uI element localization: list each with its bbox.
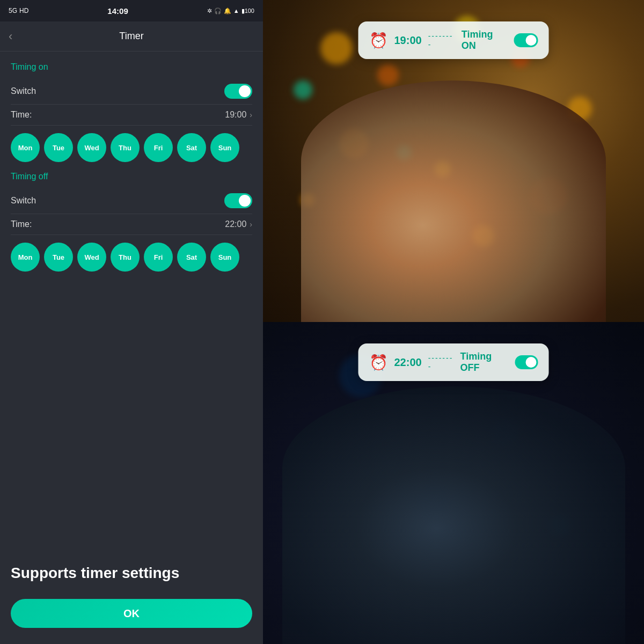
card-top-dashes: -------- (428, 32, 455, 49)
timing-off-switch-row: Switch (11, 188, 252, 214)
timing-off-toggle[interactable] (224, 193, 252, 208)
day-wed-off[interactable]: Wed (77, 243, 106, 272)
timing-on-card: ⏰ 19:00 -------- Timing ON (358, 21, 549, 59)
timing-off-card: ⏰ 22:00 -------- Timing OFF (358, 343, 549, 381)
day-thu-on[interactable]: Thu (111, 133, 140, 162)
timing-on-switch-row: Switch (11, 78, 252, 105)
time-off-label: Time: (11, 219, 32, 229)
day-tue-on[interactable]: Tue (44, 133, 73, 162)
page-title: Timer (119, 31, 143, 42)
day-mon-on[interactable]: Mon (11, 133, 40, 162)
day-wed-on[interactable]: Wed (77, 133, 106, 162)
right-panel: ⏰ 19:00 -------- Timing ON ⏰ 22:00 -----… (263, 0, 644, 644)
volume-icon: 🔔 (224, 8, 231, 14)
status-bar: 5G HD 14:09 ✲ 🎧 🔔 ▲ ▮100 (0, 0, 263, 21)
scene-bottom: ⏰ 22:00 -------- Timing OFF (263, 322, 644, 644)
chevron-right-icon: › (250, 111, 252, 119)
scene-bg-bottom: ⏰ 22:00 -------- Timing OFF (263, 322, 644, 644)
phone-ui-panel: 5G HD 14:09 ✲ 🎧 🔔 ▲ ▮100 ‹ Timer Timing … (0, 0, 263, 644)
timing-on-days: Mon Tue Wed Thu Fri Sat Sun (11, 126, 252, 170)
status-left: 5G HD (9, 7, 28, 14)
card-top-toggle[interactable] (514, 33, 538, 47)
time-off-value-row: 22:00 › (225, 219, 252, 229)
clock-icon-bottom: ⏰ (369, 354, 388, 371)
day-sat-on[interactable]: Sat (177, 133, 206, 162)
day-fri-off[interactable]: Fri (144, 243, 173, 272)
bluetooth-icon: ✲ (207, 8, 212, 14)
day-tue-off[interactable]: Tue (44, 243, 73, 272)
time-on-label: Time: (11, 110, 32, 120)
signal-icon: 5G (9, 7, 17, 14)
scene-top: ⏰ 19:00 -------- Timing ON (263, 0, 644, 322)
day-sun-off[interactable]: Sun (210, 243, 239, 272)
timer-content: Timing on Switch Time: 19:00 › Mon Tue W… (0, 52, 263, 552)
timing-off-days: Mon Tue Wed Thu Fri Sat Sun (11, 235, 252, 279)
ok-button[interactable]: OK (11, 599, 252, 628)
ok-button-wrap: OK (0, 590, 263, 644)
card-bottom-label: Timing OFF (460, 351, 509, 374)
timing-on-label: Timing on (11, 62, 252, 72)
time-on-value-row: 19:00 › (225, 110, 252, 120)
day-mon-off[interactable]: Mon (11, 243, 40, 272)
wifi-icon: ▲ (233, 8, 239, 14)
day-fri-on[interactable]: Fri (144, 133, 173, 162)
card-top-label: Timing ON (462, 29, 507, 52)
card-bottom-dashes: -------- (428, 354, 454, 371)
day-thu-off[interactable]: Thu (111, 243, 140, 272)
battery-icon: ▮100 (241, 8, 254, 14)
status-time: 14:09 (107, 6, 128, 16)
clock-icon-top: ⏰ (369, 32, 388, 49)
timing-on-time-row[interactable]: Time: 19:00 › (11, 105, 252, 126)
time-off-value: 22:00 (225, 219, 246, 229)
card-bottom-time: 22:00 (394, 356, 422, 369)
time-on-value: 19:00 (225, 110, 246, 120)
day-sat-off[interactable]: Sat (177, 243, 206, 272)
chevron-right-icon-2: › (250, 220, 252, 229)
timing-off-time-row[interactable]: Time: 22:00 › (11, 214, 252, 235)
page-header: ‹ Timer (0, 21, 263, 52)
tagline-text: Supports timer settings (0, 552, 263, 590)
card-bottom-toggle[interactable] (515, 355, 538, 369)
switch-on-label: Switch (11, 86, 36, 96)
hd-badge: HD (19, 7, 28, 14)
switch-off-label: Switch (11, 196, 36, 206)
timing-on-toggle[interactable] (224, 84, 252, 99)
back-button[interactable]: ‹ (9, 30, 12, 43)
card-top-time: 19:00 (394, 34, 422, 47)
headphone-icon: 🎧 (214, 8, 222, 14)
day-sun-on[interactable]: Sun (210, 133, 239, 162)
scene-bg-top: ⏰ 19:00 -------- Timing ON (263, 0, 644, 322)
timing-off-label: Timing off (11, 172, 252, 181)
status-right: ✲ 🎧 🔔 ▲ ▮100 (207, 8, 254, 14)
